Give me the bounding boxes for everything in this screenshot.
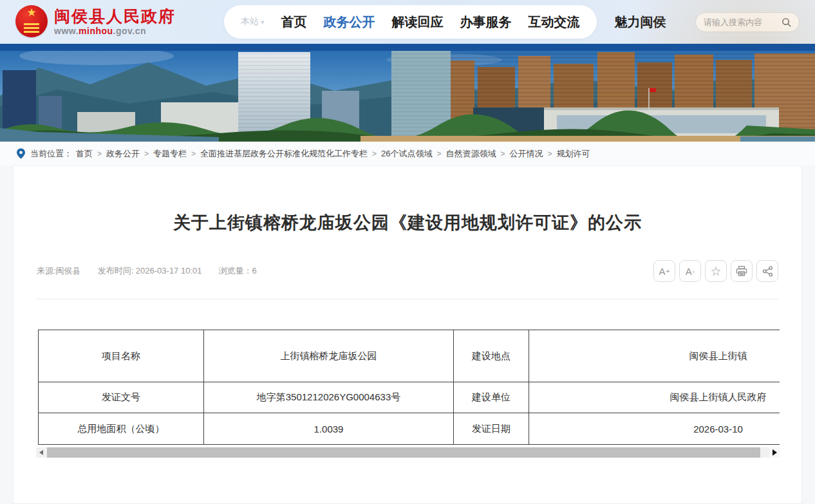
permit-table-viewport: 项目名称 上街镇榕桥龙庙坂公园 建设地点 闽侯县上街镇 发证文号 地字第3501… [38,330,780,445]
article-publish-time: 发布时间: 2026-03-17 10:01 [98,265,202,277]
site-logo[interactable]: ★ 闽侯县人民政府 www.minhou.gov.cn [15,5,176,37]
table-row: 发证文号 地字第3501212026YG0004633号 建设单位 闽侯县上街镇… [39,382,780,413]
site-name: 闽侯县人民政府 [54,7,176,25]
breadcrumb-separator: > [501,149,505,158]
cell-builder-label: 建设单位 [454,382,529,413]
cell-issue-date-label: 发证日期 [454,413,529,445]
city-skyline-illustration [0,51,815,142]
horizontal-scrollbar[interactable] [36,447,780,458]
cell-project-name-label: 项目名称 [39,330,204,382]
nav-item-services[interactable]: 办事服务 [460,14,512,31]
breadcrumb-item-natural-resources[interactable]: 自然资源领域 [446,148,496,160]
nav-item-interaction[interactable]: 互动交流 [529,14,580,31]
scrollbar-thumb[interactable] [47,447,760,458]
breadcrumb-label: 当前位置： [30,148,72,160]
breadcrumb-separator: > [144,149,149,158]
logo-text: 闽侯县人民政府 www.minhou.gov.cn [54,7,176,36]
breadcrumb-separator: > [548,149,552,158]
cell-project-name-value: 上街镇榕桥龙庙坂公园 [204,330,454,382]
breadcrumb-separator: > [97,149,102,158]
site-url: www.minhou.gov.cn [54,26,176,36]
font-decrease-button[interactable]: A- [679,260,701,282]
header-accent-strip [0,44,815,51]
nav-item-gov-info[interactable]: 政务公开 [324,14,375,31]
main-nav: 本站 ▾ 首页 政务公开 解读回应 办事服务 互动交流 魅力闽侯 [224,5,666,39]
table-row: 项目名称 上街镇榕桥龙庙坂公园 建设地点 闽侯县上街镇 [39,330,780,382]
cell-permit-number-label: 发证文号 [39,382,204,413]
nav-item-interpretation[interactable]: 解读回应 [392,14,444,31]
share-button[interactable] [756,260,778,282]
favorite-button[interactable]: ☆ [705,260,727,282]
breadcrumb-item-26-pilot-areas[interactable]: 26个试点领域 [381,148,432,160]
search-box [695,12,800,32]
url-domain: minhou [79,26,113,36]
cell-land-area-value: 1.0039 [204,413,454,445]
article-tools: A+ A- ☆ [653,260,778,282]
banner-image [0,51,815,142]
search-icon[interactable] [782,17,791,27]
printer-icon [736,266,747,277]
nav-item-charm-minhou[interactable]: 魅力闽侯 [615,14,666,31]
table-row: 总用地面积（公顷） 1.0039 发证日期 2026-03-10 [39,413,780,445]
search-input[interactable] [704,17,782,27]
breadcrumb-item-standardization[interactable]: 全面推进基层政务公开标准化规范化工作专栏 [200,148,368,160]
cell-permit-number-value: 地字第3501212026YG0004633号 [204,382,454,413]
emblem-star-icon: ★ [15,6,48,19]
url-suffix: .gov.cn [113,26,146,36]
permit-info-table: 项目名称 上街镇榕桥龙庙坂公园 建设地点 闽侯县上街镇 发证文号 地字第3501… [38,330,780,445]
article-card: 关于上街镇榕桥龙庙坂公园《建设用地规划许可证》的公示 来源:闽侯县 发布时间: … [13,165,802,504]
meta-divider [37,299,778,299]
cell-location-label: 建设地点 [454,330,529,382]
article-meta-row: 来源:闽侯县 发布时间: 2026-03-17 10:01 浏览量：6 A+ A… [14,260,801,282]
scroll-left-button[interactable] [36,447,46,458]
nav-item-home[interactable]: 首页 [281,14,307,31]
star-icon: ☆ [710,265,721,277]
article-meta: 来源:闽侯县 发布时间: 2026-03-17 10:01 浏览量：6 [37,265,257,277]
search-scope-selector[interactable]: 本站 ▾ [241,16,265,28]
cell-location-value: 闽侯县上街镇 [529,330,780,382]
triangle-left-icon [39,450,43,455]
breadcrumb-separator: > [437,149,442,158]
site-header: ★ 闽侯县人民政府 www.minhou.gov.cn 本站 ▾ 首页 政务公开… [0,0,815,44]
font-increase-label: A [659,266,666,277]
article-source: 来源:闽侯县 [37,265,81,277]
emblem-gate-icon [24,27,39,29]
scroll-right-button[interactable] [769,447,780,458]
breadcrumb-item-planning-permit[interactable]: 规划许可 [557,148,590,160]
breadcrumb-item-disclosure[interactable]: 公开情况 [510,148,543,160]
print-button[interactable] [731,260,753,282]
font-increase-button[interactable]: A+ [653,260,675,282]
nav-pill: 本站 ▾ 首页 政务公开 解读回应 办事服务 互动交流 [224,5,597,39]
national-emblem-icon: ★ [15,5,48,37]
breadcrumb-separator: > [191,149,196,158]
breadcrumb-separator: > [372,149,377,158]
cell-builder-value: 闽侯县上街镇人民政府 [529,382,780,413]
plus-sign: + [666,268,670,275]
breadcrumb-item-special-columns[interactable]: 专题专栏 [153,148,187,160]
url-prefix: www. [54,26,79,36]
breadcrumb-item-gov-info[interactable]: 政务公开 [106,148,140,160]
cell-issue-date-value: 2026-03-10 [529,413,780,445]
caret-down-icon: ▾ [261,18,265,26]
article-views: 浏览量：6 [219,265,257,277]
minus-sign: - [693,268,695,275]
location-pin-icon [17,148,25,159]
share-icon [762,266,773,277]
page-title: 关于上街镇榕桥龙庙坂公园《建设用地规划许可证》的公示 [14,166,801,234]
scope-label: 本站 [241,16,259,28]
triangle-right-icon [773,449,777,456]
font-decrease-label: A [686,266,692,277]
cell-land-area-label: 总用地面积（公顷） [39,413,204,445]
breadcrumb-item-home[interactable]: 首页 [76,148,93,160]
breadcrumb: 当前位置： 首页 > 政务公开 > 专题专栏 > 全面推进基层政务公开标准化规范… [0,142,815,165]
